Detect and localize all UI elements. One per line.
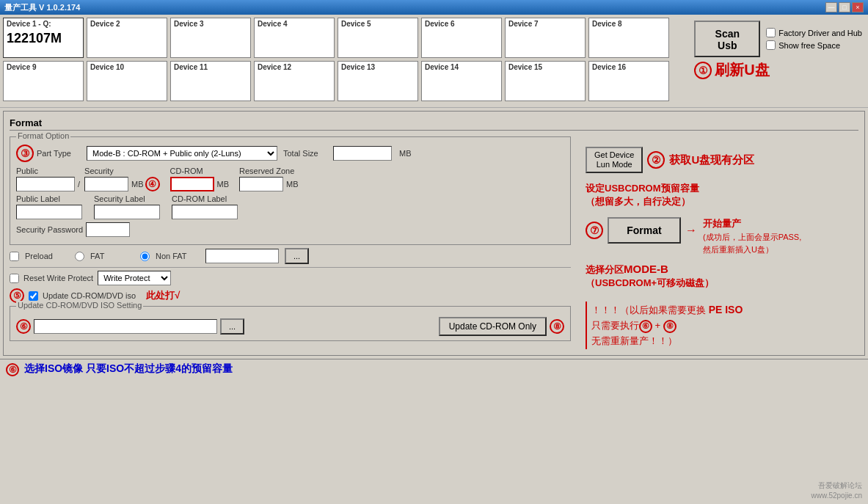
show-free-space-label: Show free Space <box>778 41 840 50</box>
update-cdrom-checkbox[interactable] <box>29 291 38 301</box>
update-cdrom-label: Update CD-ROM/DVD iso <box>43 291 136 300</box>
iso-setting-group: Update CD-ROM/DVD ISO Setting ⑥ F:\优启通.i… <box>10 306 571 341</box>
factory-driver-checkbox[interactable] <box>766 28 776 37</box>
iso-setting-title: Update CD-ROM/DVD ISO Setting <box>16 301 143 310</box>
browse-button[interactable]: ... <box>285 248 309 264</box>
circle-1-annotation: ① <box>694 62 712 79</box>
cdrom-label-input[interactable]: USBCDOM <box>172 205 238 219</box>
right-controls: Scan Usb Factory Driver and Hub Show fre… <box>691 18 865 83</box>
reset-write-protect-checkbox[interactable] <box>10 274 19 283</box>
format-options-area: Format Option ③ Part Type Mode-B : CD-RO… <box>10 136 571 349</box>
security-password-label: Security Password <box>16 225 83 234</box>
public-label: Public <box>16 167 80 175</box>
device-11[interactable]: Device 11 <box>170 61 251 101</box>
device-12[interactable]: Device 12 <box>254 61 335 101</box>
total-size-unit: MB <box>399 149 412 158</box>
device-9[interactable]: Device 9 <box>3 61 84 101</box>
fat-label: FAT <box>90 252 134 260</box>
circle-3-annotation: ③ <box>16 145 34 162</box>
path-input[interactable]: G:\aaa.DMG <box>205 249 279 263</box>
security-password-input[interactable]: 0000 <box>86 222 130 237</box>
device-10-label: Device 10 <box>90 63 164 71</box>
circle-7-annotation: ⑦ <box>586 222 603 239</box>
annotation-7-mode: 选择分区MODE-B <box>586 264 668 275</box>
public-unit: / <box>78 180 80 189</box>
annotation-2-text: 获取U盘现有分区 <box>669 153 754 167</box>
device-16-label: Device 16 <box>592 63 665 71</box>
iso-browse-button[interactable]: ... <box>220 318 244 335</box>
device-1-label: Device 1 - Q: <box>7 20 80 28</box>
device-2[interactable]: Device 2 <box>87 18 167 58</box>
update-cdrom-only-button[interactable]: Update CD-ROM Only <box>439 317 547 336</box>
format-section-title: Format <box>10 117 858 131</box>
close-button[interactable]: × <box>852 2 864 12</box>
part-type-dropdown[interactable]: Mode-B : CD-ROM + Public only (2-Luns) <box>87 146 277 161</box>
app-window: 量产工具 V 1.0.2.174 — □ × Device 1 - Q: 122… <box>0 0 868 379</box>
total-size-input[interactable]: 122107 <box>333 146 392 161</box>
device-4[interactable]: Device 4 <box>254 18 335 58</box>
fat-radio[interactable] <box>75 252 84 261</box>
device-1[interactable]: Device 1 - Q: 122107M <box>3 18 84 58</box>
circle-6-annotation: ⑥ <box>16 319 31 334</box>
device-8[interactable]: Device 8 <box>588 18 669 58</box>
annotation-7-text-area: 选择分区MODE-B （USBCDROM+可移动磁盘） <box>586 263 858 290</box>
annotation-4-area: 设定USBCDROM预留容量 （想留多大，自行决定） <box>586 182 858 208</box>
get-device-button[interactable]: Get DeviceLun Mode <box>586 147 643 173</box>
device-7[interactable]: Device 7 <box>505 18 586 58</box>
annotation-7-desc: （USBCDROM+可移动磁盘） <box>586 277 714 288</box>
maximize-button[interactable]: □ <box>839 2 850 12</box>
annotation-format-pass: (成功后，上面会显示PASS, <box>703 232 801 243</box>
device-row-2: Device 9 Device 10 Device 11 Device 12 D… <box>3 61 691 101</box>
show-free-space-checkbox[interactable] <box>766 40 776 50</box>
device-8-label: Device 8 <box>592 20 665 28</box>
security-input[interactable]: 0 <box>84 177 128 191</box>
device-11-label: Device 11 <box>174 63 247 71</box>
annotation-format-reinsert: 然后重新插入U盘） <box>703 244 801 255</box>
device-6[interactable]: Device 6 <box>421 18 502 58</box>
preload-checkbox[interactable] <box>10 252 19 261</box>
annotation-2-area: Get DeviceLun Mode ② 获取U盘现有分区 <box>586 147 858 173</box>
show-free-space-row: Show free Space <box>766 40 862 50</box>
device-3[interactable]: Device 3 <box>170 18 251 58</box>
window-controls: — □ × <box>825 2 864 12</box>
write-protect-dropdown[interactable]: Write Protect <box>98 271 171 285</box>
device-10[interactable]: Device 10 <box>87 61 167 101</box>
reserved-unit: MB <box>286 180 299 189</box>
iso-path-input[interactable]: F:\优启通.iso <box>34 319 217 334</box>
security-label-input[interactable]: SECURITY <box>94 205 160 219</box>
device-14[interactable]: Device 14 <box>421 61 502 101</box>
annotation-7-area: ⑦ Format → 开始量产 (成功后，上面会显示PASS, 然后重新插入U盘… <box>586 217 858 255</box>
circle-4-annotation: ④ <box>145 177 160 191</box>
factory-driver-row: Factory Driver and Hub <box>766 28 862 37</box>
watermark: 吾爱破解论坛 www.52pojie.cn <box>812 481 862 501</box>
title-bar: 量产工具 V 1.0.2.174 — □ × <box>0 0 868 15</box>
device-15[interactable]: Device 15 <box>505 61 586 101</box>
refresh-label: 刷新U盘 <box>715 60 769 80</box>
format-section: Format Format Option ③ Part Type Mode-B … <box>3 111 865 356</box>
device-13[interactable]: Device 13 <box>338 61 418 101</box>
device-9-label: Device 9 <box>7 63 80 71</box>
circle-8-annotation: ⑧ <box>550 319 564 334</box>
public-label-input[interactable]: FLASHCN <box>16 205 82 219</box>
minimize-button[interactable]: — <box>825 2 837 12</box>
device-4-label: Device 4 <box>258 20 331 28</box>
format-button[interactable]: Format <box>608 217 681 244</box>
part-type-label: Part Type <box>37 149 81 158</box>
public-label-label: Public Label <box>16 194 82 203</box>
device-16[interactable]: Device 16 <box>588 61 669 101</box>
device-12-label: Device 12 <box>258 63 331 71</box>
scan-usb-button[interactable]: Scan Usb <box>694 21 760 57</box>
public-input[interactable]: 121083 <box>16 177 75 191</box>
cdrom-input[interactable]: 1024 <box>170 177 214 191</box>
watermark-line1: 吾爱破解论坛 <box>812 481 862 491</box>
device-row-1: Device 1 - Q: 122107M Device 2 Device 3 … <box>3 18 691 58</box>
device-15-label: Device 15 <box>508 63 582 71</box>
device-14-label: Device 14 <box>425 63 498 71</box>
annotation-5-text: 此处打√ <box>146 289 180 302</box>
device-5[interactable]: Device 5 <box>338 18 418 58</box>
format-option-label: Format Option <box>16 131 70 140</box>
top-area: Device 1 - Q: 122107M Device 2 Device 3 … <box>0 15 868 108</box>
reserved-input[interactable]: 0 <box>239 177 283 191</box>
security-unit: MB <box>131 180 144 189</box>
nonfat-radio[interactable] <box>140 252 150 261</box>
